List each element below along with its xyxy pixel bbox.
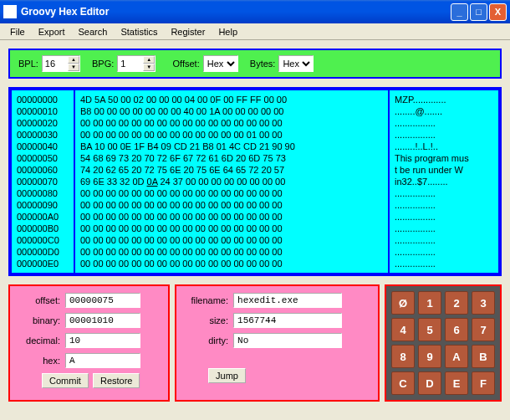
jump-button[interactable]: Jump [208,368,246,383]
keypad-B[interactable]: B [472,345,495,368]
file-panel: filename: size: dirty: Jump [175,284,380,402]
bpg-input[interactable] [118,56,143,71]
keypad-E[interactable]: E [445,371,468,395]
offset-column: 00000000 00000010 00000020 00000030 0000… [12,90,74,273]
close-button[interactable]: X [489,3,507,21]
dirty-input[interactable] [233,333,342,348]
hex-label: hex: [17,356,60,366]
bytes-format-label: Bytes: [250,59,276,69]
menu-help[interactable]: Help [212,25,244,38]
spin-up-icon[interactable]: ▲ [68,56,79,64]
bpl-spinner[interactable]: ▲▼ [42,55,80,72]
bpl-label: BPL: [18,59,38,69]
dirty-label: dirty: [183,335,228,346]
keypad-1[interactable]: 1 [418,291,441,315]
keypad-4[interactable]: 4 [391,318,415,341]
app-icon [3,5,17,18]
menu-export[interactable]: Export [32,25,72,38]
offset-select[interactable]: Hex [203,55,238,72]
info-panel: offset: binary: decimal: hex: Commit Res… [8,284,170,402]
window-title: Groovy Hex Editor [21,6,449,18]
keypad-9[interactable]: 9 [418,345,441,368]
keypad-2[interactable]: 2 [445,291,468,315]
menu-search[interactable]: Search [72,25,115,38]
commit-button[interactable]: Commit [42,373,89,388]
ascii-column: MZP............. ........@....... ......… [390,90,498,273]
keypad-A[interactable]: A [445,345,468,368]
menu-register[interactable]: Register [164,25,212,38]
menu-file[interactable]: File [3,25,32,38]
offset-label: offset: [17,295,60,305]
binary-input[interactable] [65,313,140,328]
bpl-input[interactable] [43,56,68,71]
filename-label: filename: [183,295,228,305]
binary-label: binary: [17,315,60,325]
offset-format-label: Offset: [173,59,200,69]
hex-view: 00000000 00000010 00000020 00000030 0000… [8,87,502,276]
keypad-C[interactable]: C [391,371,415,395]
restore-button[interactable]: Restore [93,373,140,388]
keypad-0[interactable]: Ø [391,291,415,315]
keypad-8[interactable]: 8 [391,345,415,368]
size-input[interactable] [233,313,342,328]
title-bar: Groovy Hex Editor _ □ X [0,0,510,23]
decimal-label: decimal: [17,335,60,346]
bytes-column[interactable]: 4D 5A 50 00 02 00 00 00 04 00 0F 00 FF F… [75,90,388,273]
filename-input[interactable] [233,293,342,308]
spin-down-icon[interactable]: ▼ [68,64,79,71]
menu-statistics[interactable]: Statistics [114,25,164,38]
maximize-button[interactable]: □ [470,3,487,21]
bytes-select[interactable]: Hex [278,55,314,72]
bpg-spinner[interactable]: ▲▼ [117,55,156,72]
keypad-6[interactable]: 6 [445,318,468,341]
menu-bar: File Export Search Statistics Register H… [0,23,510,40]
keypad-F[interactable]: F [472,371,495,395]
keypad-3[interactable]: 3 [472,291,495,315]
decimal-input[interactable] [65,333,140,348]
keypad: Ø123456789ABCDEF [385,284,502,402]
minimize-button[interactable]: _ [451,3,468,21]
bpg-label: BPG: [92,59,114,69]
hex-input[interactable] [65,353,140,368]
keypad-5[interactable]: 5 [418,318,441,341]
keypad-7[interactable]: 7 [472,318,495,341]
spin-down-icon[interactable]: ▼ [143,64,155,71]
toolbar: BPL: ▲▼ BPG: ▲▼ Offset: Hex Bytes: Hex [8,49,502,79]
spin-up-icon[interactable]: ▲ [143,56,155,64]
offset-input[interactable] [65,293,140,308]
size-label: size: [183,315,228,325]
keypad-D[interactable]: D [418,371,441,395]
